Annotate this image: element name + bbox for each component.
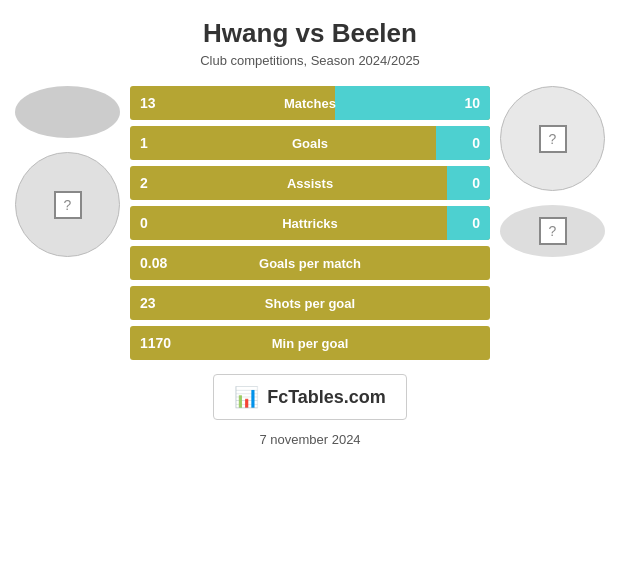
stats-bars: 13Matches101Goals02Assists00Hattricks00.… — [130, 86, 490, 360]
avatar-right-bottom-icon: ? — [539, 217, 567, 245]
stat-row-4: 0.08Goals per match — [130, 246, 490, 280]
avatar-right-placeholder-icon: ? — [539, 125, 567, 153]
match-subtitle: Club competitions, Season 2024/2025 — [200, 53, 420, 68]
stat-label-4: Goals per match — [259, 256, 361, 271]
stat-left-1: 1 — [140, 135, 148, 151]
avatar-right-top: ? — [500, 86, 605, 191]
stat-row-2: 2Assists0 — [130, 166, 490, 200]
stat-row-6: 1170Min per goal — [130, 326, 490, 360]
stat-left-4: 0.08 — [140, 255, 167, 271]
stat-left-3: 0 — [140, 215, 148, 231]
stat-label-3: Hattricks — [282, 216, 338, 231]
logo-text: FcTables.com — [267, 387, 386, 408]
stat-label-5: Shots per goal — [265, 296, 355, 311]
stat-row-3: 0Hattricks0 — [130, 206, 490, 240]
stat-label-2: Assists — [287, 176, 333, 191]
stat-row-0: 13Matches10 — [130, 86, 490, 120]
stat-left-6: 1170 — [140, 335, 171, 351]
avatar-left-top — [15, 86, 120, 138]
avatar-left-mid: ? — [15, 152, 120, 257]
avatar-right-bottom: ? — [500, 205, 605, 257]
match-title: Hwang vs Beelen — [203, 18, 417, 49]
stat-label-1: Goals — [292, 136, 328, 151]
stat-left-2: 2 — [140, 175, 148, 191]
main-container: Hwang vs Beelen Club competitions, Seaso… — [0, 0, 620, 580]
stat-left-0: 13 — [140, 95, 156, 111]
stat-right-3: 0 — [472, 215, 480, 231]
stats-wrapper: ? ? ? 13Matches101Goals02Assists00Hattri… — [0, 86, 620, 360]
stat-right-1: 0 — [472, 135, 480, 151]
date-text: 7 november 2024 — [259, 432, 360, 447]
logo-chart-icon: 📊 — [234, 385, 259, 409]
avatar-left-placeholder-icon: ? — [54, 191, 82, 219]
stat-left-5: 23 — [140, 295, 156, 311]
stat-row-5: 23Shots per goal — [130, 286, 490, 320]
logo-section: 📊 FcTables.com — [213, 374, 407, 420]
stat-label-0: Matches — [284, 96, 336, 111]
stat-right-2: 0 — [472, 175, 480, 191]
stat-right-0: 10 — [464, 95, 480, 111]
stat-label-6: Min per goal — [272, 336, 349, 351]
stat-row-1: 1Goals0 — [130, 126, 490, 160]
